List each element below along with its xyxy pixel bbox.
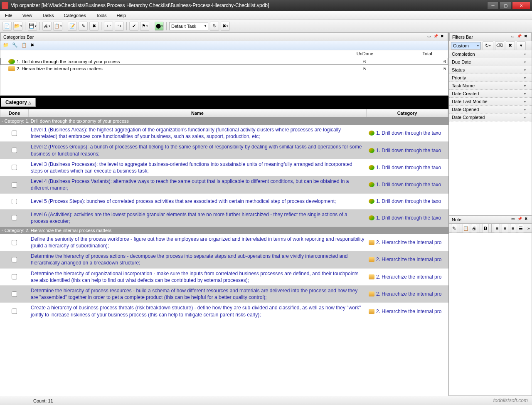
cat-props-icon[interactable]: 📋	[21, 42, 28, 49]
print-icon[interactable]: 🖨	[42, 22, 52, 31]
note-edit-icon[interactable]: ✎	[451, 224, 457, 233]
note-align-right-icon[interactable]: ≡	[510, 224, 516, 233]
done-checkbox[interactable]	[12, 182, 17, 188]
group-chip-category[interactable]: Category	[1, 98, 36, 107]
filter-row[interactable]: Date Opened▾	[449, 106, 532, 114]
done-checkbox[interactable]	[12, 291, 17, 297]
refresh-icon[interactable]: ↻	[210, 22, 219, 31]
task-row[interactable]: Level 3 (Business Processes): the level …	[0, 159, 448, 176]
maximize-button[interactable]: ▢	[500, 2, 511, 9]
note-align-center-icon[interactable]: ≡	[502, 224, 508, 233]
task-row[interactable]: Create a hierarchy of business process t…	[0, 303, 448, 320]
redo-icon[interactable]: ↪	[115, 22, 124, 31]
filter-row[interactable]: Status▾	[449, 66, 532, 74]
task-row[interactable]: Determine the hierarchy of organizationa…	[0, 269, 448, 286]
task-row[interactable]: Level 5 (Process Steps): bunches of corr…	[0, 194, 448, 210]
done-checkbox[interactable]	[12, 257, 17, 262]
export-icon[interactable]: 📋	[53, 22, 62, 31]
cat-edit-icon[interactable]: 🔧	[12, 42, 19, 49]
filter-row[interactable]: Date Completed▾	[449, 114, 532, 121]
dropdown-icon[interactable]: ▾	[524, 100, 529, 104]
panel-close-icon[interactable]: ✖	[523, 217, 529, 222]
filter-row[interactable]: Date Last Modifie▾	[449, 98, 532, 106]
note-expand-icon[interactable]: »	[527, 226, 530, 231]
menu-help[interactable]: Help	[114, 12, 128, 19]
note-bold-icon[interactable]: B	[483, 224, 489, 233]
cat-delete-icon[interactable]: ✖	[30, 42, 37, 49]
filter-row[interactable]: Task Name▾	[449, 82, 532, 90]
filter-row[interactable]: Completion▾	[449, 50, 532, 58]
dropdown-icon[interactable]: ▾	[524, 68, 529, 72]
panel-dock-icon[interactable]: ▭	[510, 34, 515, 40]
open-icon[interactable]: 📂	[13, 22, 22, 31]
dropdown-icon[interactable]: ▾	[524, 60, 529, 64]
filter-combo[interactable]: Custom▾	[451, 42, 481, 49]
filter-icon[interactable]: ⬤	[155, 22, 164, 31]
note-align-left-icon[interactable]: ≡	[494, 224, 500, 233]
note-list-icon[interactable]: ☰	[518, 224, 524, 233]
clear-icon[interactable]: ✖	[221, 22, 230, 31]
menu-file[interactable]: File	[2, 12, 15, 19]
filter-row[interactable]: Date Created▾	[449, 90, 532, 98]
new-file-icon[interactable]: 📄	[2, 22, 12, 31]
dropdown-icon[interactable]: ▾	[524, 84, 529, 88]
dropdown-icon[interactable]: ▾	[524, 52, 529, 56]
task-row[interactable]: Level 1 (Business Areas): the highest ag…	[0, 125, 448, 142]
done-checkbox[interactable]	[12, 131, 17, 136]
done-checkbox[interactable]	[12, 148, 17, 153]
save-icon[interactable]: 💾	[28, 22, 37, 31]
panel-pin-icon[interactable]: 📌	[517, 217, 522, 222]
done-checkbox[interactable]	[12, 274, 17, 279]
task-row[interactable]: Determine the hierarchy of process resou…	[0, 286, 448, 303]
col-name[interactable]: Name	[29, 109, 367, 117]
done-checkbox[interactable]	[12, 165, 17, 170]
dropdown-icon[interactable]: ▾	[524, 116, 529, 119]
menu-tasks[interactable]: Tasks	[39, 12, 56, 19]
task-row[interactable]: Define the seniority of the process work…	[0, 234, 448, 251]
panel-close-icon[interactable]: ✖	[523, 34, 529, 40]
undo-icon[interactable]: ↩	[104, 22, 113, 31]
panel-dock-icon[interactable]: ▭	[426, 34, 432, 40]
group-header[interactable]: Category: 1. Drill down through the taxo…	[0, 117, 448, 125]
category-row[interactable]: 2. Hierarchize the internal process matt…	[0, 65, 448, 72]
category-row[interactable]: 1. Drill down through the taxonomy of yo…	[0, 58, 448, 65]
menu-tools[interactable]: Tools	[94, 12, 109, 19]
group-header[interactable]: Category: 2. Hierarchize the internal pr…	[0, 227, 448, 234]
done-checkbox[interactable]	[12, 215, 17, 220]
filter-erase-icon[interactable]: ⌫	[495, 41, 504, 50]
panel-pin-icon[interactable]: 📌	[516, 34, 522, 40]
filter-more-icon[interactable]: ▾	[517, 41, 526, 50]
filter-row[interactable]: Priority▾	[449, 74, 532, 82]
check-icon[interactable]: ✔	[129, 22, 138, 31]
filter-row[interactable]: Due Date▾	[449, 58, 532, 66]
delete-task-icon[interactable]: ✖	[89, 22, 99, 31]
dropdown-icon[interactable]: ▾	[524, 92, 529, 96]
col-done[interactable]: Done	[0, 109, 29, 117]
panel-close-icon[interactable]: ✖	[439, 34, 445, 40]
filter-clear-icon[interactable]: ✖	[506, 41, 515, 50]
note-print-icon[interactable]: 🖨	[471, 224, 477, 233]
dropdown-icon[interactable]: ▾	[524, 76, 529, 80]
new-task-icon[interactable]: 📝	[68, 22, 77, 31]
dropdown-icon[interactable]: ▾	[524, 108, 529, 111]
task-row[interactable]: Level 2 (Process Groups): a bunch of pro…	[0, 142, 448, 159]
note-text-area[interactable]	[449, 233, 532, 396]
panel-pin-icon[interactable]: 📌	[433, 34, 438, 40]
col-category[interactable]: Category	[367, 109, 448, 117]
task-row[interactable]: Level 4 (Business Process Variants): alt…	[0, 176, 448, 193]
filter-apply-icon[interactable]: ↻	[483, 41, 493, 50]
task-row[interactable]: Level 6 (Activities): activities are the…	[0, 210, 448, 227]
menu-view[interactable]: View	[20, 12, 35, 19]
minimize-button[interactable]: ─	[487, 2, 499, 9]
menu-categories[interactable]: Categories	[62, 12, 89, 19]
default-task-combo[interactable]: Default Task▾	[169, 22, 208, 30]
flag-icon[interactable]: ⚑	[140, 22, 149, 31]
panel-dock-icon[interactable]: ▭	[510, 217, 516, 222]
task-row[interactable]: Determine the hierarchy of process actio…	[0, 251, 448, 268]
done-checkbox[interactable]	[12, 309, 17, 314]
close-button[interactable]: ✕	[512, 2, 530, 9]
done-checkbox[interactable]	[12, 240, 17, 245]
done-checkbox[interactable]	[12, 199, 17, 204]
edit-task-icon[interactable]: ✎	[79, 22, 88, 31]
cat-new-icon[interactable]: 📁	[3, 42, 10, 49]
